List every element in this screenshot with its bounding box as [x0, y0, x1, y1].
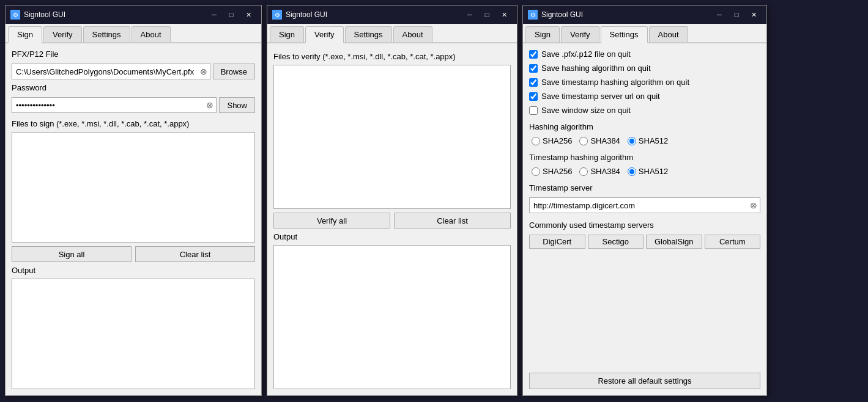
password-input[interactable]	[12, 99, 204, 112]
checkbox-save-pfx-input[interactable]	[529, 50, 538, 59]
tab-sign-sign[interactable]: Sign	[8, 26, 42, 43]
browse-button[interactable]: Browse	[213, 64, 255, 79]
verify-minimize-button[interactable]: ─	[462, 9, 478, 21]
ts-hash-sha512-radio[interactable]	[628, 167, 636, 176]
tab-settings-settings[interactable]: Settings	[601, 26, 648, 43]
verify-files-label: Files to verify (*.exe, *.msi, *.dll, *.…	[273, 52, 511, 61]
tab-sign-settings[interactable]: Settings	[83, 26, 130, 42]
hashing-radio-group: SHA256 SHA384 SHA512	[532, 136, 760, 145]
ts-hash-sha256-radio[interactable]	[532, 167, 540, 176]
verify-output-label: Output	[273, 232, 511, 241]
hash-sha384-radio[interactable]	[579, 137, 588, 145]
tab-verify-settings[interactable]: Settings	[345, 26, 392, 42]
verify-output-box	[273, 245, 511, 389]
settings-window-title: Signtool GUI	[541, 10, 708, 19]
sign-output-box	[12, 279, 255, 389]
tab-verify-sign[interactable]: Sign	[270, 26, 304, 42]
verify-close-button[interactable]: ✕	[496, 9, 512, 21]
ts-hash-sha384-row: SHA384	[579, 167, 620, 176]
settings-titlebar: ⚙ Signtool GUI ─ □ ✕	[523, 5, 766, 24]
password-input-wrapper: ⊗	[12, 97, 217, 113]
checkbox-save-hash-label: Save hashing algorithm on quit	[541, 64, 651, 73]
checkbox-save-window-input[interactable]	[529, 106, 538, 115]
verify-clear-list-button[interactable]: Clear list	[394, 213, 511, 228]
ts-server-input-row: ⊗	[529, 197, 760, 213]
verify-tabs: Sign Verify Settings About	[267, 24, 517, 43]
sign-close-button[interactable]: ✕	[240, 9, 256, 21]
checkbox-save-pfx-label: Save .pfx/.p12 file on quit	[541, 49, 631, 59]
ts-hash-sha256-row: SHA256	[532, 167, 572, 176]
hash-sha512-radio[interactable]	[628, 137, 636, 145]
checkbox-save-ts-hash-label: Save timestamp hashing algorithm on quit	[541, 78, 689, 87]
sign-window-controls: ─ □ ✕	[206, 9, 256, 21]
sign-minimize-button[interactable]: ─	[206, 9, 222, 21]
checkbox-save-hash: Save hashing algorithm on quit	[529, 64, 760, 73]
pfx-clear-button[interactable]: ⊗	[198, 65, 210, 78]
checkbox-save-hash-input[interactable]	[529, 64, 538, 73]
checkbox-save-ts-hash-input[interactable]	[529, 78, 538, 87]
tab-settings-verify[interactable]: Verify	[561, 26, 599, 42]
settings-window: ⚙ Signtool GUI ─ □ ✕ Sign Verify Setting…	[522, 5, 767, 396]
verify-files-box[interactable]	[273, 65, 511, 209]
tab-verify-about[interactable]: About	[393, 26, 432, 42]
settings-window-controls: ─ □ ✕	[711, 9, 762, 21]
tab-settings-sign[interactable]: Sign	[525, 26, 560, 42]
ts-hashing-radio-group: SHA256 SHA384 SHA512	[532, 167, 760, 176]
digicert-button[interactable]: DigiCert	[529, 235, 585, 249]
checkbox-save-window: Save window size on quit	[529, 106, 760, 115]
settings-minimize-button[interactable]: ─	[711, 9, 727, 21]
ts-server-clear-button[interactable]: ⊗	[747, 199, 760, 211]
verify-window-title: Signtool GUI	[286, 10, 458, 19]
pfx-row: ⊗ Browse	[12, 64, 255, 79]
sign-titlebar: ⚙ Signtool GUI ─ □ ✕	[6, 5, 261, 24]
ts-hash-sha384-label: SHA384	[590, 167, 620, 176]
show-password-button[interactable]: Show	[219, 97, 255, 113]
checkbox-save-ts-url-input[interactable]	[529, 92, 538, 101]
common-servers-title: Commonly used timestamp servers	[529, 221, 760, 230]
ts-server-input[interactable]	[530, 199, 747, 212]
checkbox-save-ts-url-label: Save timestamp server url on quit	[541, 92, 660, 101]
globalsign-button[interactable]: GlobalSign	[646, 235, 702, 249]
sign-clear-list-button[interactable]: Clear list	[135, 246, 255, 262]
verify-button-row: Verify all Clear list	[273, 213, 511, 228]
tab-settings-about[interactable]: About	[649, 26, 688, 42]
sign-tabs: Sign Verify Settings About	[6, 24, 261, 43]
pfx-input[interactable]	[12, 65, 198, 78]
sign-files-label: Files to sign (*.exe, *.msi, *.dll, *.ca…	[12, 119, 255, 128]
ts-server-title: Timestamp server	[529, 183, 760, 192]
hash-sha384-row: SHA384	[579, 136, 620, 145]
pfx-label: PFX/P12 File	[12, 49, 255, 59]
tab-verify-verify[interactable]: Verify	[305, 26, 344, 43]
hash-sha512-row: SHA512	[628, 136, 668, 145]
settings-maximize-button[interactable]: □	[729, 9, 744, 21]
password-clear-button[interactable]: ⊗	[204, 99, 216, 111]
restore-defaults-button[interactable]: Restore all default settings	[529, 373, 760, 389]
ts-hash-sha384-radio[interactable]	[579, 167, 588, 176]
tab-sign-verify[interactable]: Verify	[43, 26, 82, 42]
password-row: ⊗ Show	[12, 97, 255, 113]
sign-window-icon: ⚙	[10, 10, 20, 20]
sign-output-label: Output	[12, 266, 255, 275]
sign-content: PFX/P12 File ⊗ Browse Password ⊗ Show Fi…	[6, 43, 261, 395]
hash-sha256-radio[interactable]	[532, 137, 540, 145]
server-btn-row: DigiCert Sectigo GlobalSign Certum	[529, 235, 760, 249]
ts-hash-sha512-row: SHA512	[628, 167, 668, 176]
sign-maximize-button[interactable]: □	[223, 9, 239, 21]
hash-sha384-label: SHA384	[590, 136, 620, 145]
sign-files-box[interactable]	[12, 132, 255, 243]
tab-sign-about[interactable]: About	[132, 26, 171, 42]
verify-maximize-button[interactable]: □	[479, 9, 495, 21]
certum-button[interactable]: Certum	[705, 235, 761, 249]
sign-all-button[interactable]: Sign all	[12, 246, 132, 262]
checkbox-save-ts-hash: Save timestamp hashing algorithm on quit	[529, 78, 760, 87]
settings-close-button[interactable]: ✕	[746, 9, 762, 21]
sectigo-button[interactable]: Sectigo	[588, 235, 644, 249]
checkbox-save-window-label: Save window size on quit	[541, 106, 631, 115]
sign-window-title: Signtool GUI	[24, 10, 202, 19]
ts-hashing-title: Timestamp hashing algorithm	[529, 153, 760, 162]
settings-content: Save .pfx/.p12 file on quit Save hashing…	[523, 43, 766, 395]
checkbox-save-ts-url: Save timestamp server url on quit	[529, 92, 760, 101]
verify-all-button[interactable]: Verify all	[273, 213, 390, 228]
hash-sha512-label: SHA512	[639, 136, 668, 145]
verify-titlebar: ⚙ Signtool GUI ─ □ ✕	[267, 5, 517, 24]
